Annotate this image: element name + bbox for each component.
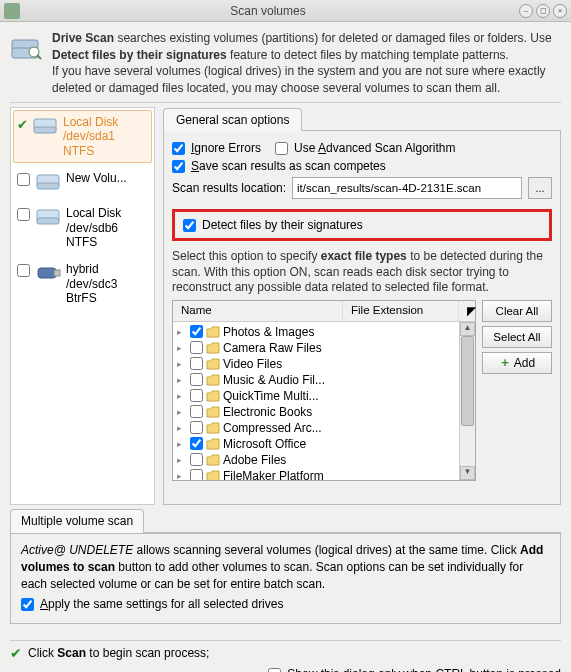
detect-signatures-highlight: Detect files by their signatures <box>172 209 552 241</box>
file-type-checkbox[interactable] <box>190 389 203 402</box>
advanced-scan-checkbox[interactable]: Use Advanced Scan Algorithm <box>275 141 455 155</box>
file-type-row[interactable]: ▸FileMaker Platform <box>175 468 457 480</box>
file-type-checkbox[interactable] <box>190 453 203 466</box>
volume-checkbox[interactable] <box>17 264 30 277</box>
intro-text: Drive Scan searches existing volumes (pa… <box>52 30 561 96</box>
tab-general-scan-options[interactable]: General scan options <box>163 108 302 131</box>
file-type-row[interactable]: ▸Microsoft Office <box>175 436 457 452</box>
ignore-errors-checkbox[interactable]: IIgnore Errorsgnore Errors <box>172 141 261 155</box>
svg-rect-4 <box>34 127 56 133</box>
file-type-label: Video Files <box>223 357 282 371</box>
file-type-row[interactable]: ▸Music & Audio Fil... <box>175 372 457 388</box>
expander-icon[interactable]: ▸ <box>177 375 187 385</box>
column-extension[interactable]: File Extension <box>343 301 459 321</box>
file-type-label: Music & Audio Fil... <box>223 373 325 387</box>
volume-list: ✔ Local Disk/dev/sda1NTFS New Volu... Lo… <box>10 107 155 505</box>
multiple-volume-panel: Active@ UNDELETE allows scanning several… <box>10 533 561 624</box>
window-title: Scan volumes <box>20 4 516 18</box>
folder-icon <box>206 438 220 450</box>
expander-icon[interactable]: ▸ <box>177 359 187 369</box>
hdd-icon <box>36 206 62 228</box>
file-type-checkbox[interactable] <box>190 373 203 386</box>
app-icon <box>4 3 20 19</box>
drive-scan-icon <box>10 30 42 62</box>
expander-icon[interactable]: ▸ <box>177 423 187 433</box>
volume-checkbox[interactable] <box>17 208 30 221</box>
file-type-label: FileMaker Platform <box>223 469 324 480</box>
browse-button[interactable]: ... <box>528 177 552 199</box>
expander-icon[interactable]: ▸ <box>177 439 187 449</box>
check-icon: ✔ <box>10 645 22 661</box>
intro-block: Drive Scan searches existing volumes (pa… <box>10 30 561 96</box>
grid-corner: ◤ <box>459 301 475 321</box>
volume-checkbox[interactable] <box>17 173 30 186</box>
scroll-up-button[interactable]: ▲ <box>460 322 475 336</box>
svg-rect-6 <box>37 183 59 189</box>
volume-item-sdb6[interactable]: Local Disk/dev/sdb6NTFS <box>11 200 154 256</box>
volume-item-newvol[interactable]: New Volu... <box>11 165 154 200</box>
scroll-thumb[interactable] <box>461 336 474 426</box>
folder-icon <box>206 390 220 402</box>
file-type-checkbox[interactable] <box>190 469 203 480</box>
file-type-checkbox[interactable] <box>190 341 203 354</box>
maximize-button[interactable]: ◻ <box>536 4 550 18</box>
volume-item-sdc3[interactable]: hybrid/dev/sdc3BtrFS <box>11 256 154 312</box>
add-button[interactable]: ＋Add <box>482 352 552 374</box>
file-type-label: Photos & Images <box>223 325 314 339</box>
file-type-label: Electronic Books <box>223 405 312 419</box>
scroll-down-button[interactable]: ▼ <box>460 466 475 480</box>
expander-icon[interactable]: ▸ <box>177 327 187 337</box>
tab-multiple-volume-scan[interactable]: Multiple volume scan <box>10 509 144 533</box>
column-name[interactable]: Name <box>173 301 343 321</box>
file-types-grid: Name File Extension ◤ ▸Photos & Images▸C… <box>172 300 476 481</box>
apply-same-settings-checkbox[interactable]: Apply the same settings for all selected… <box>21 596 283 613</box>
file-type-row[interactable]: ▸Adobe Files <box>175 452 457 468</box>
scan-results-path-input[interactable] <box>292 177 522 199</box>
file-type-label: Camera Raw Files <box>223 341 322 355</box>
expander-icon[interactable]: ▸ <box>177 455 187 465</box>
file-type-row[interactable]: ▸Video Files <box>175 356 457 372</box>
usb-icon <box>36 262 62 284</box>
svg-rect-9 <box>38 268 56 278</box>
folder-icon <box>206 422 220 434</box>
folder-icon <box>206 374 220 386</box>
file-type-checkbox[interactable] <box>190 421 203 434</box>
file-type-row[interactable]: ▸Photos & Images <box>175 324 457 340</box>
file-type-label: Compressed Arc... <box>223 421 322 435</box>
select-all-button[interactable]: Select All <box>482 326 552 348</box>
vertical-scrollbar[interactable]: ▲ ▼ <box>459 322 475 480</box>
save-results-checkbox[interactable]: Save scan results as scan competes <box>172 159 386 173</box>
plus-icon: ＋ <box>499 354 511 371</box>
titlebar: Scan volumes – ◻ × <box>0 0 571 22</box>
detect-description: Select this option to specify exact file… <box>172 249 552 296</box>
folder-icon <box>206 406 220 418</box>
file-type-label: Adobe Files <box>223 453 286 467</box>
expander-icon[interactable]: ▸ <box>177 391 187 401</box>
folder-icon <box>206 358 220 370</box>
expander-icon[interactable]: ▸ <box>177 407 187 417</box>
folder-icon <box>206 342 220 354</box>
file-type-row[interactable]: ▸Electronic Books <box>175 404 457 420</box>
folder-icon <box>206 454 220 466</box>
file-type-checkbox[interactable] <box>190 325 203 338</box>
file-type-row[interactable]: ▸QuickTime Multi... <box>175 388 457 404</box>
scan-hint: ✔ Click Scan to begin scan process; <box>10 645 561 661</box>
file-type-row[interactable]: ▸Camera Raw Files <box>175 340 457 356</box>
expander-icon[interactable]: ▸ <box>177 343 187 353</box>
minimize-button[interactable]: – <box>519 4 533 18</box>
clear-all-button[interactable]: Clear All <box>482 300 552 322</box>
svg-rect-8 <box>37 218 59 224</box>
file-type-checkbox[interactable] <box>190 437 203 450</box>
file-type-row[interactable]: ▸Compressed Arc... <box>175 420 457 436</box>
file-type-checkbox[interactable] <box>190 357 203 370</box>
svg-rect-10 <box>54 270 60 276</box>
file-type-checkbox[interactable] <box>190 405 203 418</box>
folder-icon <box>206 470 220 480</box>
expander-icon[interactable]: ▸ <box>177 471 187 480</box>
close-button[interactable]: × <box>553 4 567 18</box>
volume-item-sda1[interactable]: ✔ Local Disk/dev/sda1NTFS <box>13 110 152 163</box>
detect-signatures-checkbox[interactable]: Detect files by their signatures <box>183 218 541 232</box>
hdd-icon <box>36 171 62 193</box>
show-dialog-checkbox[interactable]: Show this dialog only when CTRL button i… <box>268 667 561 672</box>
scan-results-location-label: Scan results location: <box>172 181 286 195</box>
